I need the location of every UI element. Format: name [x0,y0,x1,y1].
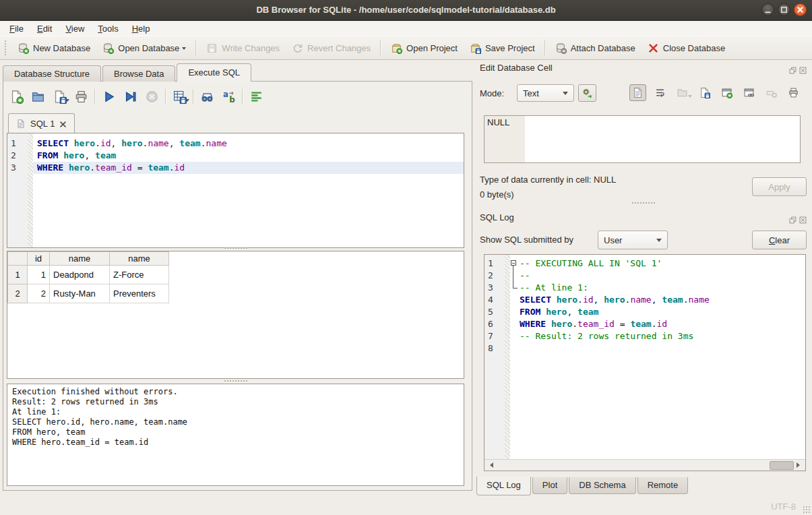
close-database-button[interactable]: Close Database [642,40,732,57]
row-header[interactable]: 2 [8,284,28,303]
clear-log-button[interactable]: Clear [752,231,807,249]
menu-help[interactable]: Help [125,22,157,35]
tab-execute-sql[interactable]: Execute SQL [177,63,251,82]
sql-editor-tab[interactable]: SQL 1 [8,113,75,133]
splitter-editor-results[interactable] [7,246,464,250]
panel-close-icon[interactable] [799,65,807,72]
revert-changes-icon [292,42,303,54]
menu-edit[interactable]: Edit [30,22,59,35]
grid-cell[interactable]: Rusty-Man [50,284,110,303]
execute-line-icon[interactable] [123,90,137,104]
panel-close-icon[interactable] [799,214,807,222]
gear-apply-icon [581,87,594,99]
grid-cell[interactable]: 2 [28,284,50,303]
copy-link-icon[interactable] [741,84,757,101]
code-line: 8 [485,342,805,355]
log-filter-select[interactable]: User [598,231,668,249]
splitter-results-message[interactable] [7,379,464,383]
grid-cell[interactable]: 1 [28,266,50,284]
minimize-icon[interactable] [761,3,774,16]
splitter-dock[interactable] [475,202,812,204]
tab-database-structure[interactable]: Database Structure [3,65,101,82]
sql-log-code[interactable]: 1-- EXECUTING ALL IN 'SQL 1'2--3-- At li… [485,255,805,460]
fold-marker-icon[interactable] [510,270,520,282]
line-number: 4 [485,294,505,306]
log-hscrollbar[interactable] [485,459,805,471]
toolbar-separator [380,40,381,56]
attach-database-button[interactable]: Attach Database [549,40,642,57]
menu-tools[interactable]: Tools [91,22,125,35]
tab-browse-data[interactable]: Browse Data [102,65,175,82]
execute-all-icon[interactable] [102,90,116,104]
grid-cell[interactable]: Preventers [110,284,169,303]
svg-text:a: a [223,90,228,99]
close-database-icon [648,42,659,54]
dock-tabs: SQL LogPlotDB SchemaRemote [476,477,688,495]
new-database-button[interactable]: New Database [11,40,96,57]
column-header-id[interactable]: id [28,252,50,266]
toolbar-drag-handle[interactable] [4,40,7,56]
code-line: 3-- At line 1: [485,282,805,294]
attach-database-icon [555,42,567,54]
mode-select[interactable]: Text [517,84,574,102]
export-results-icon[interactable] [173,90,187,104]
scroll-left-icon[interactable] [485,460,495,470]
dropdown-arrow-icon[interactable] [182,47,186,52]
toolbar-separator [165,89,166,104]
maximize-icon[interactable] [778,3,790,16]
dock-tab-db-schema[interactable]: DB Schema [569,477,635,494]
open-project-icon [391,42,402,54]
grid-corner[interactable] [8,252,28,266]
save-sql-file-icon[interactable] [53,90,67,104]
export-data-icon[interactable] [696,84,713,101]
open-external-icon[interactable] [718,84,735,101]
row-header[interactable]: 1 [8,266,28,284]
resize-grip[interactable] [803,506,810,513]
column-header-name[interactable]: name [110,252,169,266]
print-icon[interactable] [74,90,88,104]
panel-float-icon[interactable] [789,65,797,72]
grid-cell[interactable]: Z-Force [110,266,169,284]
column-header-name[interactable]: name [50,252,110,266]
word-wrap-icon[interactable] [652,84,668,101]
tab-close-icon[interactable] [59,120,67,127]
open-project-button[interactable]: Open Project [385,40,464,57]
close-icon[interactable] [794,3,807,16]
auto-apply-mode-button[interactable] [578,84,596,102]
text-mode-icon[interactable] [629,84,646,101]
fold-marker-icon[interactable] [510,282,520,294]
print-icon[interactable] [785,84,802,101]
window-title: DB Browser for SQLite - /home/user/code/… [0,5,812,15]
code-line: 1SELECT hero.id, hero.name, team.name [7,138,464,150]
sql-log-view: 1-- EXECUTING ALL IN 'SQL 1'2--3-- At li… [484,254,806,471]
main-tabs: Database StructureBrowse DataExecute SQL [3,64,253,82]
line-number: 5 [485,306,505,318]
line-number: 1 [485,258,505,270]
grid-cell[interactable]: Deadpond [50,266,110,284]
find-replace-icon[interactable] [200,90,214,104]
fold-marker-icon[interactable] [510,258,520,270]
dock-tab-plot[interactable]: Plot [532,477,567,494]
dock-tab-sql-log[interactable]: SQL Log [476,477,531,495]
cell-value-editor[interactable]: NULL [484,115,801,163]
autocomplete-icon[interactable]: ab [222,90,236,104]
execution-message: Execution finished without errors. Resul… [7,384,464,486]
encoding-label: UTF-8 [771,502,796,512]
import-data-icon [674,84,691,101]
menu-view[interactable]: View [59,22,91,35]
save-project-button[interactable]: Save Project [464,40,541,57]
new-tab-icon[interactable] [9,90,24,104]
dock-tab-remote[interactable]: Remote [637,477,689,494]
sql-editor[interactable]: 1SELECT hero.id, hero.name, team.name2FR… [7,133,464,248]
panel-float-icon[interactable] [789,214,797,222]
open-sql-file-icon[interactable] [31,90,45,104]
toolbar-separator [242,89,243,104]
scroll-right-icon[interactable] [794,460,805,470]
open-database-button[interactable]: Open Database [96,40,192,57]
menu-file[interactable]: File [3,22,30,35]
format-sql-icon[interactable] [249,90,263,104]
log-filter-label: Show SQL submitted by [480,235,573,245]
scrollbar-thumb[interactable] [770,461,794,470]
cell-value: NULL [487,117,509,127]
line-number: 2 [485,270,505,282]
